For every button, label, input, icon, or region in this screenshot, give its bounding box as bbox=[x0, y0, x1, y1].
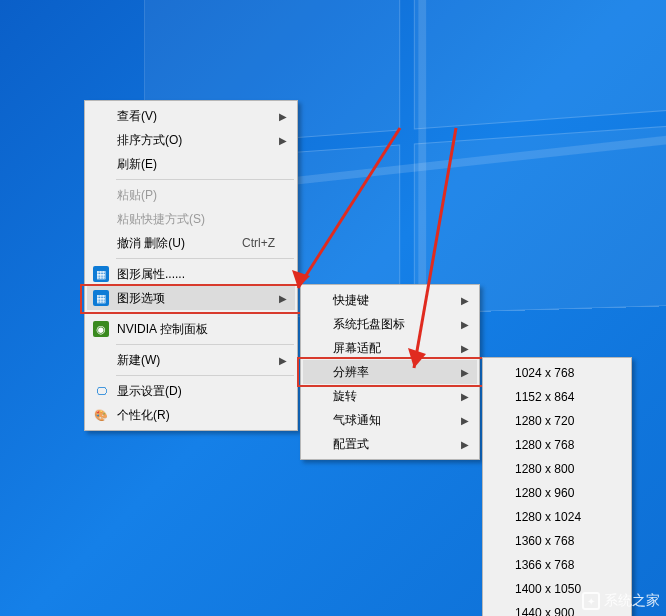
menu-item-res-1152x864[interactable]: 1152 x 864 bbox=[485, 385, 629, 409]
label: 1280 x 768 bbox=[515, 438, 574, 452]
menu-item-res-1280x768[interactable]: 1280 x 768 bbox=[485, 433, 629, 457]
submenu-arrow-icon: ▶ bbox=[279, 111, 287, 122]
nvidia-icon: ◉ bbox=[93, 321, 109, 337]
menu-item-res-1280x720[interactable]: 1280 x 720 bbox=[485, 409, 629, 433]
shortcut-text: Ctrl+Z bbox=[212, 236, 275, 250]
label: 新建(W) bbox=[117, 352, 160, 369]
label: 粘贴快捷方式(S) bbox=[117, 211, 205, 228]
menu-item-resolution[interactable]: 分辨率▶ bbox=[303, 360, 477, 384]
label: 旋转 bbox=[333, 388, 357, 405]
label: 个性化(R) bbox=[117, 407, 170, 424]
submenu-arrow-icon: ▶ bbox=[279, 355, 287, 366]
label: 1280 x 960 bbox=[515, 486, 574, 500]
label: 1440 x 900 bbox=[515, 606, 574, 616]
context-menu-main[interactable]: 查看(V)▶ 排序方式(O)▶ 刷新(E) 粘贴(P) 粘贴快捷方式(S) 撤消… bbox=[84, 100, 298, 431]
label: 气球通知 bbox=[333, 412, 381, 429]
intel-graphics-icon: ▦ bbox=[93, 290, 109, 306]
menu-item-hotkeys[interactable]: 快捷键▶ bbox=[303, 288, 477, 312]
context-menu-graphics-options[interactable]: 快捷键▶ 系统托盘图标▶ 屏幕适配▶ 分辨率▶ 旋转▶ 气球通知▶ 配置式▶ bbox=[300, 284, 480, 460]
label: 图形选项 bbox=[117, 290, 165, 307]
menu-item-res-1366x768[interactable]: 1366 x 768 bbox=[485, 553, 629, 577]
separator bbox=[116, 375, 294, 376]
submenu-arrow-icon: ▶ bbox=[461, 319, 469, 330]
submenu-arrow-icon: ▶ bbox=[461, 343, 469, 354]
label: 分辨率 bbox=[333, 364, 369, 381]
menu-item-nvidia-panel[interactable]: ◉NVIDIA 控制面板 bbox=[87, 317, 295, 341]
label: 图形属性...... bbox=[117, 266, 185, 283]
label: 1366 x 768 bbox=[515, 558, 574, 572]
label: 排序方式(O) bbox=[117, 132, 182, 149]
menu-item-paste: 粘贴(P) bbox=[87, 183, 295, 207]
label: 1280 x 720 bbox=[515, 414, 574, 428]
label: 查看(V) bbox=[117, 108, 157, 125]
label: 配置式 bbox=[333, 436, 369, 453]
label: 1400 x 1050 bbox=[515, 582, 581, 596]
menu-item-res-1024x768[interactable]: 1024 x 768 bbox=[485, 361, 629, 385]
separator bbox=[116, 313, 294, 314]
label: 快捷键 bbox=[333, 292, 369, 309]
label: 系统托盘图标 bbox=[333, 316, 405, 333]
label: 显示设置(D) bbox=[117, 383, 182, 400]
label: 1280 x 800 bbox=[515, 462, 574, 476]
submenu-arrow-icon: ▶ bbox=[279, 293, 287, 304]
label: NVIDIA 控制面板 bbox=[117, 321, 208, 338]
menu-item-new[interactable]: 新建(W)▶ bbox=[87, 348, 295, 372]
watermark: ✦ 系统之家 bbox=[582, 592, 660, 610]
menu-item-view[interactable]: 查看(V)▶ bbox=[87, 104, 295, 128]
menu-item-rotate[interactable]: 旋转▶ bbox=[303, 384, 477, 408]
label: 1360 x 768 bbox=[515, 534, 574, 548]
separator bbox=[116, 258, 294, 259]
menu-item-personalize[interactable]: 🎨个性化(R) bbox=[87, 403, 295, 427]
menu-item-res-1360x768[interactable]: 1360 x 768 bbox=[485, 529, 629, 553]
label: 撤消 删除(U) bbox=[117, 235, 185, 252]
label: 1024 x 768 bbox=[515, 366, 574, 380]
submenu-arrow-icon: ▶ bbox=[461, 439, 469, 450]
menu-item-screen-fit[interactable]: 屏幕适配▶ bbox=[303, 336, 477, 360]
menu-item-paste-shortcut: 粘贴快捷方式(S) bbox=[87, 207, 295, 231]
personalize-icon: 🎨 bbox=[93, 407, 109, 423]
label: 1152 x 864 bbox=[515, 390, 574, 404]
watermark-icon: ✦ bbox=[582, 592, 600, 610]
watermark-text: 系统之家 bbox=[604, 592, 660, 610]
menu-item-undo-delete[interactable]: 撤消 删除(U)Ctrl+Z bbox=[87, 231, 295, 255]
submenu-arrow-icon: ▶ bbox=[461, 391, 469, 402]
menu-item-graphics-properties[interactable]: ▦图形属性...... bbox=[87, 262, 295, 286]
menu-item-balloon-notify[interactable]: 气球通知▶ bbox=[303, 408, 477, 432]
menu-item-display-settings[interactable]: 🖵显示设置(D) bbox=[87, 379, 295, 403]
submenu-arrow-icon: ▶ bbox=[461, 415, 469, 426]
menu-item-refresh[interactable]: 刷新(E) bbox=[87, 152, 295, 176]
label: 粘贴(P) bbox=[117, 187, 157, 204]
intel-graphics-icon: ▦ bbox=[93, 266, 109, 282]
context-menu-resolution[interactable]: 1024 x 768 1152 x 864 1280 x 720 1280 x … bbox=[482, 357, 632, 616]
label: 屏幕适配 bbox=[333, 340, 381, 357]
menu-item-res-1280x960[interactable]: 1280 x 960 bbox=[485, 481, 629, 505]
submenu-arrow-icon: ▶ bbox=[461, 295, 469, 306]
menu-item-tray-icon[interactable]: 系统托盘图标▶ bbox=[303, 312, 477, 336]
menu-item-graphics-options[interactable]: ▦图形选项▶ bbox=[87, 286, 295, 310]
label: 刷新(E) bbox=[117, 156, 157, 173]
display-icon: 🖵 bbox=[93, 383, 109, 399]
submenu-arrow-icon: ▶ bbox=[461, 367, 469, 378]
submenu-arrow-icon: ▶ bbox=[279, 135, 287, 146]
menu-item-res-1280x1024[interactable]: 1280 x 1024 bbox=[485, 505, 629, 529]
menu-item-sort[interactable]: 排序方式(O)▶ bbox=[87, 128, 295, 152]
menu-item-res-1280x800[interactable]: 1280 x 800 bbox=[485, 457, 629, 481]
separator bbox=[116, 344, 294, 345]
separator bbox=[116, 179, 294, 180]
label: 1280 x 1024 bbox=[515, 510, 581, 524]
menu-item-profile[interactable]: 配置式▶ bbox=[303, 432, 477, 456]
